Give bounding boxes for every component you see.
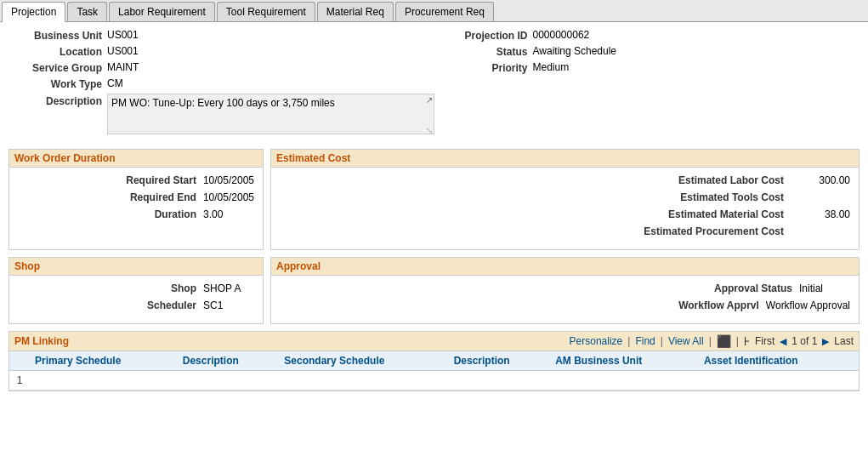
est-tools-label: Estimated Tools Cost bbox=[280, 191, 784, 203]
expand-icon[interactable]: ↗ bbox=[426, 95, 433, 105]
personalize-link[interactable]: Personalize bbox=[570, 335, 623, 347]
estimated-cost-header: Estimated Cost bbox=[271, 150, 859, 168]
est-material-label: Estimated Material Cost bbox=[280, 208, 784, 220]
est-material-value: 38.00 bbox=[791, 208, 850, 220]
service-group-label: Service Group bbox=[9, 61, 102, 74]
workflow-apprvl-row: Workflow Apprvl Workflow Approval bbox=[280, 299, 850, 311]
estimated-cost-panel: Estimated Cost Estimated Labor Cost 300.… bbox=[270, 149, 859, 250]
col-am-business-unit: AM Business Unit bbox=[550, 351, 699, 371]
required-start-row: Required Start 10/05/2005 bbox=[18, 174, 254, 186]
description-wrap: PM WO: Tune-Up: Every 100 days or 3,750 … bbox=[107, 94, 434, 137]
est-procurement-label: Estimated Procurement Cost bbox=[280, 225, 784, 237]
projection-id-label: Projection ID bbox=[434, 29, 528, 42]
cell-asset-identification bbox=[699, 371, 859, 390]
pm-nav: First ◀ 1 of 1 ▶ Last bbox=[755, 335, 854, 347]
page-info: 1 of 1 bbox=[791, 335, 817, 347]
required-start-label: Required Start bbox=[18, 174, 196, 186]
col-num bbox=[9, 351, 30, 371]
fields-left: Business Unit US001 Location US001 Servi… bbox=[9, 29, 434, 142]
work-type-row: Work Type CM bbox=[9, 77, 434, 90]
pm-linking-section: PM Linking Personalize | Find | View All… bbox=[9, 331, 859, 391]
status-label: Status bbox=[434, 45, 528, 58]
location-label: Location bbox=[9, 45, 102, 58]
projection-id-value: 0000000062 bbox=[533, 29, 590, 41]
prev-button[interactable]: ◀ bbox=[778, 336, 788, 347]
service-group-row: Service Group MAINT bbox=[9, 61, 434, 74]
sep3: | bbox=[709, 335, 712, 347]
location-row: Location US001 bbox=[9, 45, 434, 58]
tab-bar: Projection Task Labor Requirement Tool R… bbox=[0, 0, 868, 22]
est-labor-label: Estimated Labor Cost bbox=[280, 174, 784, 186]
priority-row: Priority Medium bbox=[434, 61, 860, 74]
sep2: | bbox=[661, 335, 663, 347]
main-content: Business Unit US001 Location US001 Servi… bbox=[0, 22, 868, 398]
est-tools-row: Estimated Tools Cost bbox=[280, 191, 850, 203]
approval-status-label: Approval Status bbox=[280, 282, 792, 294]
work-order-duration-body: Required Start 10/05/2005 Required End 1… bbox=[9, 168, 263, 232]
col-primary-schedule: Primary Schedule bbox=[30, 351, 178, 371]
approval-status-value: Initial bbox=[799, 282, 850, 294]
est-procurement-row: Estimated Procurement Cost bbox=[280, 225, 850, 237]
required-end-value: 10/05/2005 bbox=[203, 191, 254, 203]
shop-row: Shop SHOP A bbox=[18, 282, 254, 294]
first-label: First bbox=[755, 335, 774, 347]
workflow-apprvl-label: Workflow Apprvl bbox=[280, 299, 759, 311]
service-group-value: MAINT bbox=[107, 61, 139, 73]
tab-tool-requirement[interactable]: Tool Requirement bbox=[217, 2, 315, 21]
last-label: Last bbox=[834, 335, 854, 347]
pm-table-header-row: Primary Schedule Description Secondary S… bbox=[9, 351, 859, 371]
cell-description-1 bbox=[178, 371, 280, 390]
shop-panel: Shop Shop SHOP A Scheduler SC1 bbox=[9, 257, 264, 324]
shop-body: Shop SHOP A Scheduler SC1 bbox=[9, 276, 263, 323]
next-button[interactable]: ▶ bbox=[820, 336, 831, 347]
find-link[interactable]: Find bbox=[635, 335, 655, 347]
estimated-cost-body: Estimated Labor Cost 300.00 Estimated To… bbox=[271, 168, 859, 249]
tab-material-req[interactable]: Material Req bbox=[317, 2, 394, 21]
col-description-2: Description bbox=[449, 351, 551, 371]
work-order-duration-header: Work Order Duration bbox=[9, 150, 263, 168]
sep4: | bbox=[736, 335, 739, 347]
fields-section: Business Unit US001 Location US001 Servi… bbox=[9, 29, 859, 142]
status-value: Awaiting Schedule bbox=[533, 45, 617, 57]
work-type-label: Work Type bbox=[9, 77, 102, 90]
required-end-label: Required End bbox=[18, 191, 196, 203]
col-description-1: Description bbox=[178, 351, 280, 371]
business-unit-label: Business Unit bbox=[9, 29, 102, 42]
col-asset-identification: Asset Identification bbox=[699, 351, 859, 371]
row-num: 1 bbox=[9, 371, 30, 390]
priority-value: Medium bbox=[533, 61, 570, 73]
col-secondary-schedule: Secondary Schedule bbox=[279, 351, 448, 371]
description-row: Description PM WO: Tune-Up: Every 100 da… bbox=[9, 94, 434, 137]
tab-procurement-req[interactable]: Procurement Req bbox=[395, 2, 494, 21]
projection-id-row: Projection ID 0000000062 bbox=[434, 29, 860, 42]
description-input[interactable]: PM WO: Tune-Up: Every 100 days or 3,750 … bbox=[107, 94, 434, 134]
resize-icon: ⤡ bbox=[426, 126, 433, 135]
scheduler-value: SC1 bbox=[203, 299, 254, 311]
shop-label: Shop bbox=[18, 282, 196, 294]
sep1: | bbox=[627, 335, 630, 347]
tab-labor-requirement[interactable]: Labor Requirement bbox=[109, 2, 215, 21]
grid-icon: ⬛ bbox=[717, 334, 731, 348]
work-order-duration-panel: Work Order Duration Required Start 10/05… bbox=[9, 149, 264, 250]
pm-linking-controls: Personalize | Find | View All | ⬛ | ⊦ Fi… bbox=[570, 334, 854, 348]
tab-projection[interactable]: Projection bbox=[2, 2, 65, 22]
business-unit-value: US001 bbox=[107, 29, 139, 41]
panels-row-2: Shop Shop SHOP A Scheduler SC1 Approval … bbox=[9, 257, 859, 324]
work-type-value: CM bbox=[107, 77, 123, 89]
table-row: 1 bbox=[9, 371, 859, 390]
workflow-apprvl-value: Workflow Approval bbox=[766, 299, 850, 311]
pm-linking-title: PM Linking bbox=[14, 335, 69, 347]
view-all-link[interactable]: View All bbox=[668, 335, 704, 347]
required-start-value: 10/05/2005 bbox=[203, 174, 254, 186]
approval-header: Approval bbox=[271, 258, 859, 276]
cell-description-2 bbox=[449, 371, 551, 390]
scheduler-row: Scheduler SC1 bbox=[18, 299, 254, 311]
priority-label: Priority bbox=[434, 61, 528, 74]
pm-linking-header: PM Linking Personalize | Find | View All… bbox=[9, 332, 859, 351]
table-icon: ⊦ bbox=[744, 334, 750, 348]
required-end-row: Required End 10/05/2005 bbox=[18, 191, 254, 203]
pm-table: Primary Schedule Description Secondary S… bbox=[9, 351, 859, 390]
tab-task[interactable]: Task bbox=[67, 2, 107, 21]
status-row: Status Awaiting Schedule bbox=[434, 45, 860, 58]
duration-value: 3.00 bbox=[203, 208, 254, 220]
